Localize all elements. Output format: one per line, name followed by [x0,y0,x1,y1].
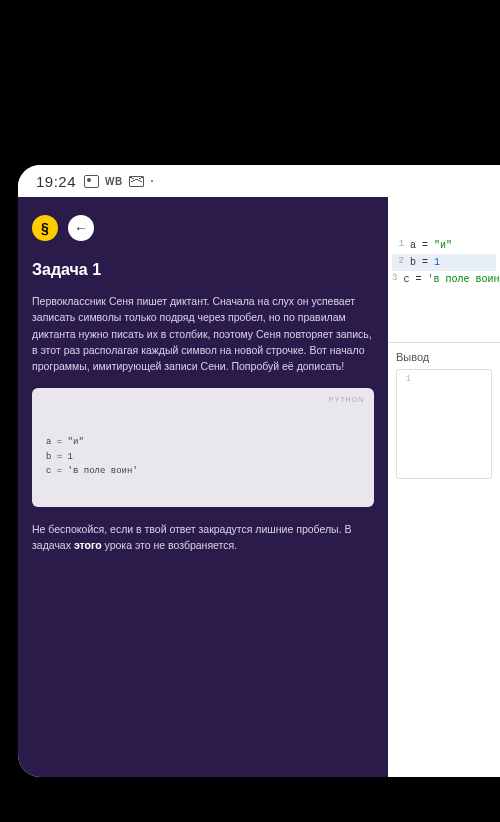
editor-line[interactable]: 1 a = "и" [392,237,496,254]
status-bar: 19:24 WB · [18,165,500,197]
back-button[interactable]: ← [68,215,94,241]
line-number: 3 [392,271,403,288]
note-text: урока это не возбраняется. [102,539,238,551]
header-icons: § ← [32,215,374,241]
output-box: 1 [396,369,492,479]
code-line: b = 1 [46,452,73,462]
logo-button[interactable]: § [32,215,58,241]
code-language-label: PYTHON [329,394,364,405]
status-time: 19:24 [36,173,76,190]
task-title: Задача 1 [32,261,374,279]
envelope-icon [129,176,144,187]
code-example: PYTHON a = "и" b = 1 c = 'в поле воин' [32,388,374,506]
device-frame: 19:24 WB · § ← Задача 1 Первоклассник Се… [18,165,500,777]
task-description: Первоклассник Сеня пишет диктант. Сначал… [32,293,374,374]
output-label: Вывод [396,351,492,363]
output-section: Вывод 1 [388,342,500,777]
note-bold: этого [74,539,102,551]
app-area: § ← Задача 1 Первоклассник Сеня пишет ди… [18,197,500,777]
task-note: Не беспокойся, если в твой ответ закраду… [32,521,374,554]
editor-line[interactable]: 2 b = 1 [392,254,496,271]
code-line: c = 'в поле воин' [46,466,138,476]
section-icon: § [41,220,49,236]
wb-badge: WB [105,176,123,187]
code-line: a = "и" [46,437,84,447]
line-number: 2 [392,254,410,271]
task-panel: § ← Задача 1 Первоклассник Сеня пишет ди… [18,197,388,777]
status-icons: WB · [84,173,154,189]
output-line-number: 1 [401,374,417,474]
line-number: 1 [392,237,410,254]
picture-icon [84,175,99,188]
status-dot: · [150,173,154,189]
editor-line[interactable]: 3 c = 'в поле воин' [392,271,496,288]
editor-panel: 1 a = "и" 2 b = 1 3 c = 'в поле воин' Вы… [388,197,500,777]
code-editor[interactable]: 1 a = "и" 2 b = 1 3 c = 'в поле воин' [388,197,500,292]
arrow-left-icon: ← [74,220,88,236]
